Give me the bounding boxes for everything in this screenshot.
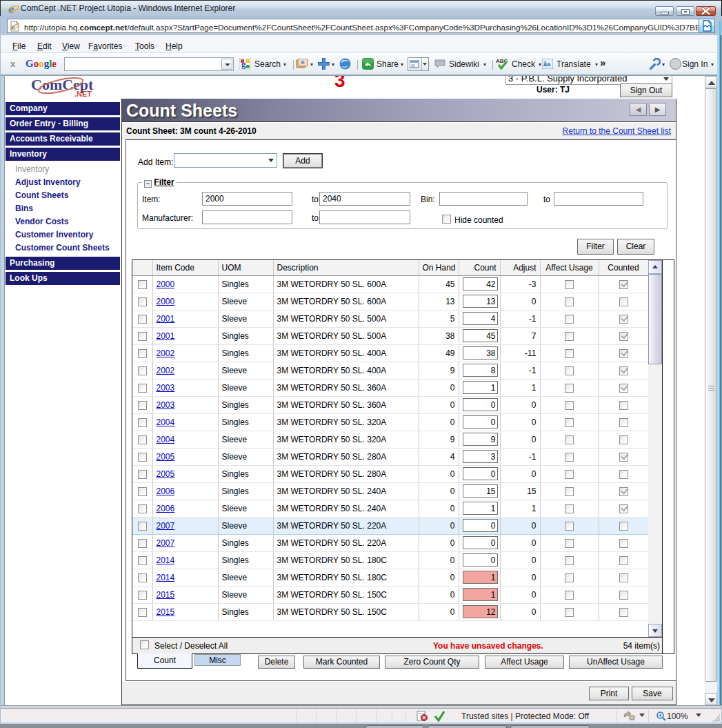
svg-text:e: e (12, 22, 16, 32)
svg-text:âa: âa (543, 61, 551, 68)
svg-text:.NET: .NET (74, 90, 92, 98)
